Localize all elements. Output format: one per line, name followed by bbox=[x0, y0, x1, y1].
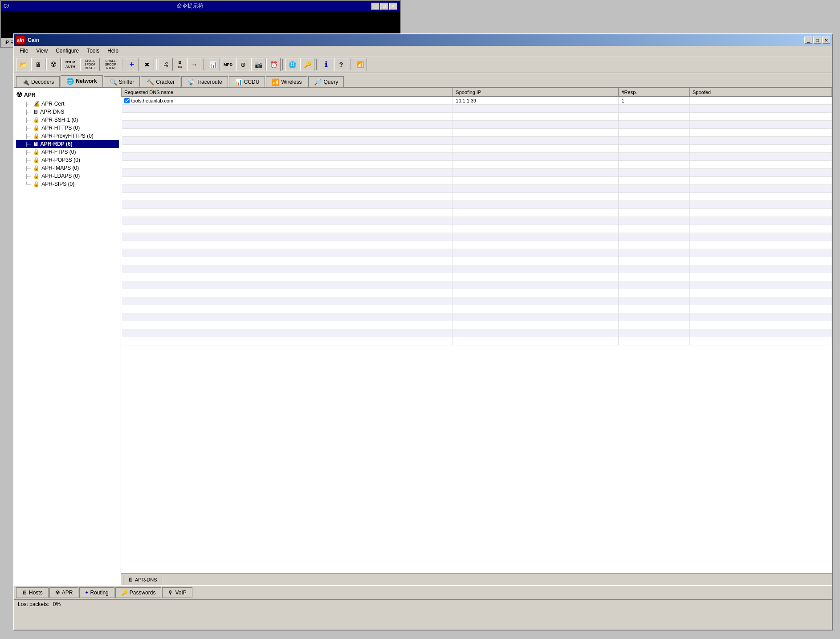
apr-dns-subtab[interactable]: 🖥 APR-DNS bbox=[123, 575, 162, 585]
connector-ldaps: ├─ bbox=[25, 174, 31, 179]
decoders-tab[interactable]: 🔌 Decoders bbox=[16, 76, 60, 87]
tree-item-apr-https[interactable]: ├─ 🔒 APR-HTTPS (0) bbox=[16, 124, 119, 132]
terminal-minimize[interactable]: _ bbox=[371, 3, 379, 10]
sniffer-tab[interactable]: 🔍 Sniffer bbox=[104, 76, 140, 87]
menu-view[interactable]: View bbox=[33, 47, 51, 55]
apr-icon: ☢ bbox=[55, 590, 60, 596]
clock-button[interactable]: ⏰ bbox=[266, 58, 281, 71]
globe-icon: 🌐 bbox=[289, 61, 296, 68]
query-tab[interactable]: 🔎 Query bbox=[308, 76, 344, 87]
col-spoofed: Spoofed bbox=[689, 88, 832, 97]
network-tab[interactable]: 🌐 Network bbox=[61, 75, 102, 87]
tree-item-apr-proxy-https[interactable]: ├─ 🔒 APR-ProxyHTTPS (0) bbox=[16, 132, 119, 140]
routing-label: Routing bbox=[90, 590, 108, 596]
ccdu-icon: 📊 bbox=[235, 78, 242, 86]
base64-button[interactable]: B 64 bbox=[174, 58, 186, 71]
clock-icon: ⏰ bbox=[270, 61, 277, 68]
hosts-tab[interactable]: 🖥 Hosts bbox=[16, 587, 49, 598]
tree-root[interactable]: ☢ APR bbox=[16, 90, 119, 100]
camera-icon: 📷 bbox=[255, 61, 262, 68]
titlebar: ain Cain _ □ ✕ bbox=[14, 34, 832, 46]
open-button[interactable]: 📂 bbox=[16, 58, 30, 71]
terminal-icon: C:\ bbox=[4, 4, 9, 8]
minimize-button[interactable]: _ bbox=[804, 37, 812, 44]
tree-item-apr-pop3s[interactable]: ├─ 🔒 APR-POP3S (0) bbox=[16, 156, 119, 164]
empty-row bbox=[122, 313, 832, 321]
ccdu-tab[interactable]: 📊 CCDU bbox=[229, 76, 265, 87]
empty-row bbox=[122, 225, 832, 233]
tree-item-apr-dns[interactable]: ├─ 🖥 APR-DNS bbox=[16, 108, 119, 116]
https-icon: 🔒 bbox=[33, 125, 40, 131]
apr-imaps-label: APR-IMAPS (0) bbox=[41, 165, 79, 171]
help-button[interactable]: ? bbox=[334, 58, 348, 71]
apr-dns-label: APR-DNS bbox=[40, 109, 64, 115]
tree-item-apr-ldaps[interactable]: ├─ 🔒 APR-LDAPS (0) bbox=[16, 172, 119, 180]
connector-https: ├─ bbox=[25, 126, 31, 131]
apr-proxy-label: APR-ProxyHTTPS (0) bbox=[41, 133, 94, 139]
empty-row bbox=[122, 321, 832, 329]
key-button[interactable]: 🔑 bbox=[300, 58, 314, 71]
stats-button[interactable]: 📶 bbox=[353, 58, 367, 71]
traceroute-tab[interactable]: 📡 Traceroute bbox=[181, 76, 228, 87]
terminal-close[interactable]: ✕ bbox=[389, 3, 397, 10]
chall-spoof-reset-button[interactable]: CHALL SPOOF RESET bbox=[80, 58, 100, 71]
wireless-tab[interactable]: 📶 Wireless bbox=[266, 76, 307, 87]
checkbox-container: tools.hetianlab.com bbox=[124, 98, 450, 103]
voip-tab[interactable]: 🎙 VoIP bbox=[162, 587, 192, 598]
tree-item-apr-cert[interactable]: ├─ 🔏 APR-Cert bbox=[16, 100, 119, 108]
col-spoofing-ip: Spoofing IP bbox=[453, 88, 619, 97]
cracker-tab[interactable]: 🔨 Cracker bbox=[141, 76, 180, 87]
tree-item-apr-rdp[interactable]: ├─ 🖥 APR-RDP (6) bbox=[16, 140, 119, 148]
menu-configure[interactable]: Configure bbox=[52, 47, 82, 55]
passwords-icon: 🔑 bbox=[121, 590, 128, 596]
titlebar-title: Cain bbox=[28, 37, 39, 43]
reset-label: RESET bbox=[85, 66, 95, 70]
apr-cert-label: APR-Cert bbox=[41, 101, 64, 107]
tree-item-apr-ftps[interactable]: ├─ 🔒 APR-FTPS (0) bbox=[16, 148, 119, 156]
empty-row bbox=[122, 217, 832, 225]
network-icon: 🌐 bbox=[66, 78, 74, 85]
spoof-label: SPOOF bbox=[85, 63, 96, 66]
scan-hosts-button[interactable]: 🖥 bbox=[31, 58, 45, 71]
key-icon: 🔑 bbox=[304, 61, 311, 68]
empty-row bbox=[122, 281, 832, 289]
terminal-maximize[interactable]: □ bbox=[380, 3, 388, 10]
info-button[interactable]: ℹ bbox=[319, 58, 333, 71]
ntlm-auth-button[interactable]: NTLM AUTH bbox=[61, 58, 79, 71]
menu-help[interactable]: Help bbox=[104, 47, 122, 55]
sniffer-label: Sniffer bbox=[119, 79, 134, 85]
menu-tools[interactable]: Tools bbox=[83, 47, 103, 55]
empty-row bbox=[122, 161, 832, 169]
empty-row bbox=[122, 113, 832, 121]
tree-item-apr-ssh1[interactable]: ├─ 🔒 APR-SSH-1 (0) bbox=[16, 116, 119, 124]
proxy-icon: 🔒 bbox=[33, 133, 40, 139]
tree-item-apr-imaps[interactable]: ├─ 🔒 APR-IMAPS (0) bbox=[16, 164, 119, 172]
col-dns-name: Requested DNS name bbox=[122, 88, 453, 97]
print-button[interactable]: 🖨 bbox=[159, 58, 173, 71]
apr-rdp-label: APR-RDP (6) bbox=[40, 141, 72, 147]
radioactive-button[interactable]: ☢ bbox=[46, 58, 61, 71]
decode-button[interactable]: ↔ bbox=[187, 58, 201, 71]
subtab-bar: 🖥 APR-DNS bbox=[121, 573, 832, 585]
scan-button[interactable]: ⊕ bbox=[236, 58, 250, 71]
decoders-label: Decoders bbox=[31, 79, 54, 85]
empty-row bbox=[122, 201, 832, 209]
globe-button[interactable]: 🌐 bbox=[285, 58, 299, 71]
row-checkbox[interactable] bbox=[124, 98, 130, 103]
chall-spoof-ntlm-button[interactable]: CHALL SPOOF NTLM bbox=[101, 58, 120, 71]
maximize-button[interactable]: □ bbox=[813, 37, 821, 44]
routing-tab[interactable]: + Routing bbox=[79, 587, 114, 598]
camera-button[interactable]: 📷 bbox=[251, 58, 265, 71]
apr-bottom-tab[interactable]: ☢ APR bbox=[49, 587, 79, 598]
connector-ssh1: ├─ bbox=[25, 118, 31, 123]
close-button[interactable]: ✕ bbox=[822, 37, 830, 44]
tree-item-apr-sips[interactable]: └─ 🔒 APR-SIPS (0) bbox=[16, 180, 119, 188]
table-row: tools.hetianlab.com 10.1.1.39 1 bbox=[122, 97, 832, 105]
add-button[interactable]: + bbox=[125, 58, 139, 71]
remove-button[interactable]: ✖ bbox=[140, 58, 154, 71]
mpd-button[interactable]: MPD bbox=[221, 58, 235, 71]
resp-cell: 1 bbox=[619, 97, 690, 105]
graph-button[interactable]: 📊 bbox=[206, 58, 220, 71]
menu-file[interactable]: File bbox=[16, 47, 32, 55]
passwords-tab[interactable]: 🔑 Passwords bbox=[115, 587, 162, 598]
